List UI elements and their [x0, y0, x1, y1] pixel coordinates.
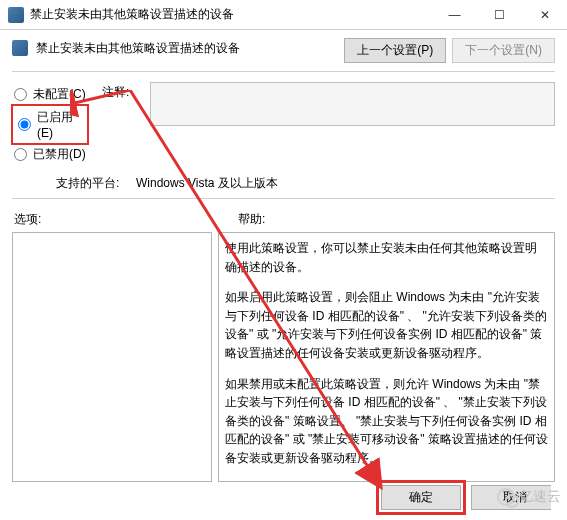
- maximize-button[interactable]: ☐: [477, 0, 522, 30]
- ok-button[interactable]: 确定: [381, 485, 461, 510]
- radio-disabled-label: 已禁用(D): [33, 146, 86, 163]
- platform-row: 支持的平台: Windows Vista 及以上版本: [56, 175, 555, 192]
- next-setting-button: 下一个设置(N): [452, 38, 555, 63]
- radio-enabled-input[interactable]: [18, 118, 31, 131]
- options-label: 选项:: [14, 211, 214, 228]
- watermark-icon: [497, 488, 515, 506]
- window-controls: — ☐ ✕: [432, 0, 567, 30]
- watermark: 亿速云: [497, 488, 561, 506]
- divider-2: [12, 198, 555, 199]
- platform-value: Windows Vista 及以上版本: [136, 175, 278, 192]
- radio-enabled-label: 已启用(E): [37, 109, 82, 140]
- policy-title: 禁止安装未由其他策略设置描述的设备: [36, 38, 336, 57]
- radio-disabled[interactable]: 已禁用(D): [14, 146, 102, 163]
- platform-label: 支持的平台:: [56, 175, 124, 192]
- radio-not-configured-input[interactable]: [14, 88, 27, 101]
- nav-buttons: 上一个设置(P) 下一个设置(N): [344, 38, 555, 63]
- content-area: 禁止安装未由其他策略设置描述的设备 上一个设置(P) 下一个设置(N) 未配置(…: [0, 30, 567, 482]
- window-icon: [8, 7, 24, 23]
- radio-not-configured[interactable]: 未配置(C): [14, 86, 102, 103]
- header-row: 禁止安装未由其他策略设置描述的设备 上一个设置(P) 下一个设置(N): [12, 38, 555, 63]
- divider: [12, 71, 555, 72]
- help-paragraph: 如果禁用或未配置此策略设置，则允许 Windows 为未由 "禁止安装与下列任何…: [225, 375, 548, 468]
- help-paragraph: 使用此策略设置，你可以禁止安装未由任何其他策略设置明确描述的设备。: [225, 239, 548, 276]
- radio-enabled[interactable]: 已启用(E): [14, 107, 86, 142]
- columns-header: 选项: 帮助:: [12, 211, 555, 228]
- help-label: 帮助:: [214, 211, 553, 228]
- previous-setting-button[interactable]: 上一个设置(P): [344, 38, 446, 63]
- radio-disabled-input[interactable]: [14, 148, 27, 161]
- comment-label: 注释:: [102, 82, 142, 126]
- options-panel[interactable]: [12, 232, 212, 482]
- watermark-text: 亿速云: [519, 488, 561, 506]
- minimize-button[interactable]: —: [432, 0, 477, 30]
- close-button[interactable]: ✕: [522, 0, 567, 30]
- help-panel[interactable]: 使用此策略设置，你可以禁止安装未由任何其他策略设置明确描述的设备。 如果启用此策…: [218, 232, 555, 482]
- titlebar: 禁止安装未由其他策略设置描述的设备 — ☐ ✕: [0, 0, 567, 30]
- policy-icon: [12, 40, 28, 56]
- radio-not-configured-label: 未配置(C): [33, 86, 86, 103]
- comment-textarea[interactable]: [150, 82, 555, 126]
- help-paragraph: 如果启用此策略设置，则会阻止 Windows 为未由 "允许安装与下列任何设备 …: [225, 288, 548, 362]
- window-title: 禁止安装未由其他策略设置描述的设备: [30, 6, 432, 23]
- columns: 使用此策略设置，你可以禁止安装未由任何其他策略设置明确描述的设备。 如果启用此策…: [12, 232, 555, 482]
